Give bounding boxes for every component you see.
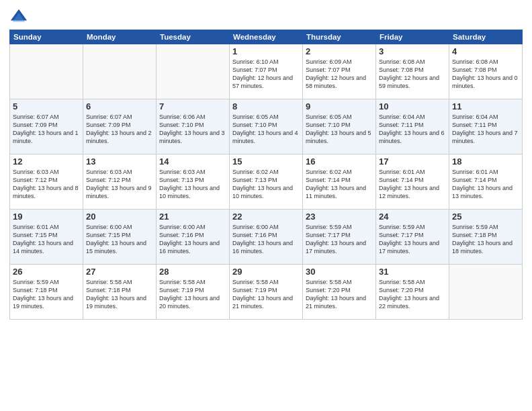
calendar-cell-3-4: 23Sunrise: 5:59 AM Sunset: 7:17 PM Dayli…	[303, 210, 376, 265]
calendar-cell-2-1: 13Sunrise: 6:03 AM Sunset: 7:12 PM Dayli…	[83, 154, 157, 210]
calendar-cell-4-2: 28Sunrise: 5:58 AM Sunset: 7:19 PM Dayli…	[157, 265, 230, 320]
weekday-header-wednesday: Wednesday	[230, 30, 303, 44]
calendar-cell-3-3: 22Sunrise: 6:00 AM Sunset: 7:16 PM Dayli…	[230, 210, 303, 265]
day-info: Sunrise: 6:01 AM Sunset: 7:14 PM Dayligh…	[379, 168, 446, 201]
calendar-cell-4-0: 26Sunrise: 5:59 AM Sunset: 7:18 PM Dayli…	[10, 265, 83, 320]
day-number: 25	[452, 212, 519, 222]
weekday-header-row: SundayMondayTuesdayWednesdayThursdayFrid…	[10, 30, 523, 44]
day-info: Sunrise: 5:59 AM Sunset: 7:17 PM Dayligh…	[306, 223, 373, 256]
day-number: 1	[232, 46, 300, 56]
calendar-cell-2-2: 14Sunrise: 6:03 AM Sunset: 7:13 PM Dayli…	[157, 154, 230, 210]
day-info: Sunrise: 5:59 AM Sunset: 7:18 PM Dayligh…	[452, 223, 519, 256]
calendar-cell-0-5: 3Sunrise: 6:08 AM Sunset: 7:08 PM Daylig…	[376, 44, 449, 99]
calendar-cell-4-4: 30Sunrise: 5:58 AM Sunset: 7:20 PM Dayli…	[303, 265, 376, 320]
calendar-cell-1-1: 6Sunrise: 6:07 AM Sunset: 7:09 PM Daylig…	[83, 99, 157, 154]
header	[9, 7, 523, 26]
day-number: 19	[13, 212, 80, 222]
calendar-cell-1-3: 8Sunrise: 6:05 AM Sunset: 7:10 PM Daylig…	[230, 99, 303, 154]
day-info: Sunrise: 5:58 AM Sunset: 7:18 PM Dayligh…	[86, 278, 153, 311]
calendar-cell-1-0: 5Sunrise: 6:07 AM Sunset: 7:09 PM Daylig…	[10, 99, 83, 154]
weekday-header-monday: Monday	[83, 30, 157, 44]
weekday-header-tuesday: Tuesday	[157, 30, 230, 44]
day-info: Sunrise: 6:08 AM Sunset: 7:08 PM Dayligh…	[379, 58, 446, 91]
day-number: 26	[13, 267, 80, 277]
day-number: 8	[232, 101, 300, 111]
calendar-cell-0-2	[157, 44, 230, 99]
day-number: 7	[159, 101, 226, 111]
day-info: Sunrise: 6:07 AM Sunset: 7:09 PM Dayligh…	[13, 113, 80, 146]
day-info: Sunrise: 6:03 AM Sunset: 7:12 PM Dayligh…	[86, 168, 153, 201]
calendar-cell-1-4: 9Sunrise: 6:05 AM Sunset: 7:10 PM Daylig…	[303, 99, 376, 154]
day-number: 11	[452, 101, 519, 111]
day-info: Sunrise: 5:59 AM Sunset: 7:18 PM Dayligh…	[13, 278, 80, 311]
calendar-cell-0-1	[83, 44, 157, 99]
day-number: 20	[86, 212, 153, 222]
day-info: Sunrise: 6:10 AM Sunset: 7:07 PM Dayligh…	[232, 58, 300, 91]
day-info: Sunrise: 6:04 AM Sunset: 7:11 PM Dayligh…	[452, 113, 519, 146]
day-number: 4	[452, 46, 519, 56]
day-number: 14	[159, 156, 226, 167]
calendar-cell-0-4: 2Sunrise: 6:09 AM Sunset: 7:07 PM Daylig…	[303, 44, 376, 99]
calendar-cell-3-5: 24Sunrise: 5:59 AM Sunset: 7:17 PM Dayli…	[376, 210, 449, 265]
day-number: 21	[159, 212, 226, 222]
week-row-2: 5Sunrise: 6:07 AM Sunset: 7:09 PM Daylig…	[10, 99, 523, 154]
day-info: Sunrise: 6:04 AM Sunset: 7:11 PM Dayligh…	[379, 113, 446, 146]
day-info: Sunrise: 6:05 AM Sunset: 7:10 PM Dayligh…	[306, 113, 373, 146]
day-info: Sunrise: 6:03 AM Sunset: 7:13 PM Dayligh…	[159, 168, 226, 201]
day-number: 16	[306, 156, 373, 167]
calendar-cell-4-6	[449, 265, 523, 320]
day-info: Sunrise: 6:02 AM Sunset: 7:14 PM Dayligh…	[306, 168, 373, 201]
weekday-header-saturday: Saturday	[449, 30, 523, 44]
day-info: Sunrise: 5:58 AM Sunset: 7:19 PM Dayligh…	[159, 278, 226, 311]
calendar-cell-1-6: 11Sunrise: 6:04 AM Sunset: 7:11 PM Dayli…	[449, 99, 523, 154]
calendar-cell-0-0	[10, 44, 83, 99]
day-number: 23	[306, 212, 373, 222]
calendar-cell-4-5: 31Sunrise: 5:58 AM Sunset: 7:20 PM Dayli…	[376, 265, 449, 320]
day-number: 28	[159, 267, 226, 277]
day-number: 2	[306, 46, 373, 56]
day-info: Sunrise: 5:59 AM Sunset: 7:17 PM Dayligh…	[379, 223, 446, 256]
logo-icon	[9, 7, 28, 26]
day-info: Sunrise: 5:58 AM Sunset: 7:19 PM Dayligh…	[232, 278, 300, 311]
calendar-cell-2-0: 12Sunrise: 6:03 AM Sunset: 7:12 PM Dayli…	[10, 154, 83, 210]
calendar-cell-0-6: 4Sunrise: 6:08 AM Sunset: 7:08 PM Daylig…	[449, 44, 523, 99]
day-info: Sunrise: 6:01 AM Sunset: 7:15 PM Dayligh…	[13, 223, 80, 256]
calendar-cell-2-6: 18Sunrise: 6:01 AM Sunset: 7:14 PM Dayli…	[449, 154, 523, 210]
week-row-5: 26Sunrise: 5:59 AM Sunset: 7:18 PM Dayli…	[10, 265, 523, 320]
day-info: Sunrise: 6:01 AM Sunset: 7:14 PM Dayligh…	[452, 168, 519, 201]
calendar-cell-2-4: 16Sunrise: 6:02 AM Sunset: 7:14 PM Dayli…	[303, 154, 376, 210]
calendar-cell-1-5: 10Sunrise: 6:04 AM Sunset: 7:11 PM Dayli…	[376, 99, 449, 154]
week-row-3: 12Sunrise: 6:03 AM Sunset: 7:12 PM Dayli…	[10, 154, 523, 210]
day-number: 31	[379, 267, 446, 277]
day-number: 3	[379, 46, 446, 56]
weekday-header-friday: Friday	[376, 30, 449, 44]
day-number: 17	[379, 156, 446, 167]
day-number: 29	[232, 267, 300, 277]
day-number: 10	[379, 101, 446, 111]
weekday-header-thursday: Thursday	[303, 30, 376, 44]
calendar-cell-0-3: 1Sunrise: 6:10 AM Sunset: 7:07 PM Daylig…	[230, 44, 303, 99]
logo	[9, 7, 31, 26]
day-number: 13	[86, 156, 153, 167]
day-info: Sunrise: 6:05 AM Sunset: 7:10 PM Dayligh…	[232, 113, 300, 146]
day-number: 9	[306, 101, 373, 111]
calendar-cell-3-1: 20Sunrise: 6:00 AM Sunset: 7:15 PM Dayli…	[83, 210, 157, 265]
calendar-cell-2-5: 17Sunrise: 6:01 AM Sunset: 7:14 PM Dayli…	[376, 154, 449, 210]
day-number: 22	[232, 212, 300, 222]
week-row-1: 1Sunrise: 6:10 AM Sunset: 7:07 PM Daylig…	[10, 44, 523, 99]
weekday-header-sunday: Sunday	[10, 30, 83, 44]
calendar-cell-3-0: 19Sunrise: 6:01 AM Sunset: 7:15 PM Dayli…	[10, 210, 83, 265]
day-number: 18	[452, 156, 519, 167]
day-number: 12	[13, 156, 80, 167]
calendar-cell-1-2: 7Sunrise: 6:06 AM Sunset: 7:10 PM Daylig…	[157, 99, 230, 154]
day-number: 15	[232, 156, 300, 167]
calendar-cell-3-6: 25Sunrise: 5:59 AM Sunset: 7:18 PM Dayli…	[449, 210, 523, 265]
day-info: Sunrise: 5:58 AM Sunset: 7:20 PM Dayligh…	[306, 278, 373, 311]
day-number: 30	[306, 267, 373, 277]
calendar-cell-2-3: 15Sunrise: 6:02 AM Sunset: 7:13 PM Dayli…	[230, 154, 303, 210]
day-info: Sunrise: 6:09 AM Sunset: 7:07 PM Dayligh…	[306, 58, 373, 91]
day-info: Sunrise: 6:06 AM Sunset: 7:10 PM Dayligh…	[159, 113, 226, 146]
day-info: Sunrise: 6:00 AM Sunset: 7:15 PM Dayligh…	[86, 223, 153, 256]
page: SundayMondayTuesdayWednesdayThursdayFrid…	[0, 0, 532, 411]
day-info: Sunrise: 5:58 AM Sunset: 7:20 PM Dayligh…	[379, 278, 446, 311]
